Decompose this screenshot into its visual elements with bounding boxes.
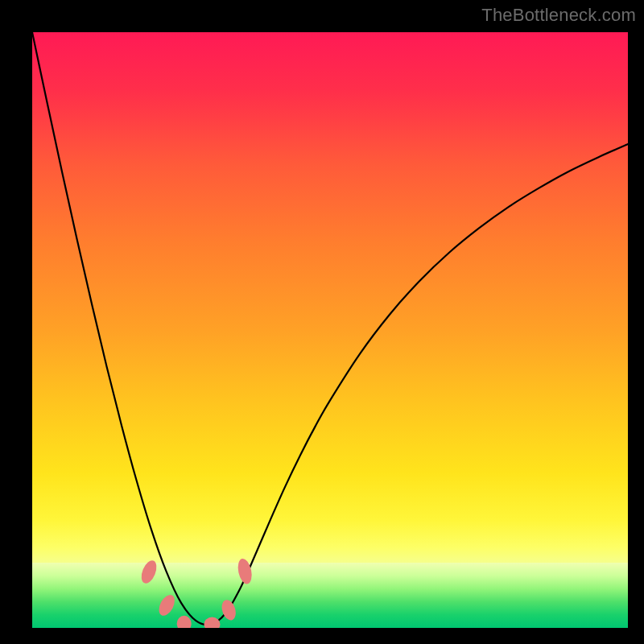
- watermark-text: TheBottleneck.com: [481, 5, 636, 26]
- highlight-marker: [236, 557, 254, 585]
- highlight-markers: [138, 557, 254, 628]
- highlight-marker: [204, 617, 220, 628]
- highlight-marker: [177, 616, 192, 628]
- chart-frame: TheBottleneck.com: [0, 0, 644, 644]
- highlight-marker: [220, 598, 238, 622]
- curve-path: [32, 32, 628, 625]
- bottleneck-curve: [32, 32, 628, 628]
- highlight-marker: [156, 592, 178, 618]
- highlight-marker: [138, 559, 159, 586]
- plot-area: [32, 32, 628, 628]
